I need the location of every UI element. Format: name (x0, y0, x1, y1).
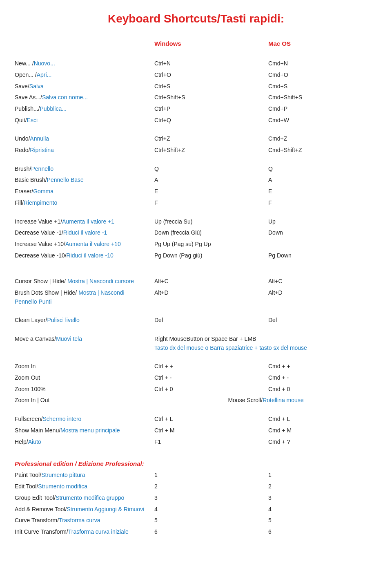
action-it: Strumento modifica (38, 483, 87, 490)
action-it: Riduci il valore -10 (67, 252, 114, 259)
table-row: Fullscreen/Schermo intero Ctrl + L Cmd +… (12, 414, 380, 425)
action-it: Schermo intero (42, 416, 81, 422)
action-cell: Paint Tool/Strumento pittura (12, 470, 152, 481)
action-cell: Zoom In (12, 361, 152, 372)
action-en: Decrease Value -10/ (15, 252, 67, 259)
table-row: Increase Value +10/Aumenta il valore +10… (12, 239, 380, 250)
action-cell: Open... /Apri... (12, 69, 152, 81)
action-cell: Eraser/Gomma (12, 186, 152, 197)
windows-cell: Down (freccia Giù) (152, 227, 266, 239)
windows-cell: Ctrl+Z (152, 133, 266, 145)
action-en: Increase Value +10/ (15, 241, 65, 247)
action-it-line2: Pennello Punti (15, 298, 51, 305)
action-cell: Add & Remove Tool/Strumento Aggiungi & R… (12, 504, 152, 515)
table-row (12, 326, 380, 333)
scroll-label-it: Rotellina mouse (263, 397, 303, 403)
table-row (12, 268, 380, 276)
action-en: Zoom 100% (15, 386, 45, 392)
action-cell: Decrease Value -1/Riduci il valore -1 (12, 227, 152, 239)
mac-cell: Cmd+S (266, 81, 380, 92)
action-cell: Move a Canvas/Muovi tela (12, 333, 152, 354)
action-en: Edit Tool/ (15, 483, 38, 490)
action-it: Strumento pittura (41, 472, 85, 478)
action-it: Gomma (33, 188, 53, 195)
table-row: Add & Remove Tool/Strumento Aggiungi & R… (12, 504, 380, 515)
mac-cell: E (266, 186, 380, 197)
action-en: Quit/ (15, 117, 27, 123)
mac-cell: Del (266, 315, 380, 326)
windows-cell: F (152, 197, 266, 209)
mac-cell: A (266, 175, 380, 186)
action-en: Show Main Menu/ (15, 427, 60, 434)
mac-cell: Cmd+Shift+S (266, 92, 380, 103)
windows-cell: 4 (152, 504, 266, 515)
table-row: Clean Layer/Pulisci livello Del Del (12, 315, 380, 326)
action-cell: Group Edit Tool/Strumento modifica grupp… (12, 492, 152, 504)
windows-cell: Ctrl + 0 (152, 384, 266, 395)
action-it: Pubblica... (40, 105, 66, 112)
action-en: Paint Tool/ (15, 472, 41, 478)
windows-cell: 1 (152, 470, 266, 481)
action-en: Curve Transform/ (15, 517, 59, 524)
mac-cell: Cmd+Shift+Z (266, 145, 380, 156)
table-row: Init Curve Transform/Trasforma curva ini… (12, 526, 380, 538)
windows-cell: Pg Up (Pag su) Pg Up (152, 239, 266, 250)
table-row: Zoom In Ctrl + + Cmd + + (12, 361, 380, 372)
windows-cell: E (152, 186, 266, 197)
action-en: Init Curve Transform/ (15, 528, 68, 535)
action-cell: Brush/Pennello (12, 163, 152, 175)
mac-cell: Cmd+Z (266, 133, 380, 145)
action-en: Brush Dots Show | Hide/ (15, 289, 78, 296)
table-row: Edit Tool/Strumento modifica 2 2 (12, 481, 380, 492)
mac-header: Mac OS (266, 38, 380, 51)
mac-cell: Cmd + L (266, 414, 380, 425)
table-row: Zoom 100% Ctrl + 0 Cmd + 0 (12, 384, 380, 395)
table-row: Help/Aiuto F1 Cmd + ? (12, 436, 380, 448)
windows-cell: Ctrl+N (152, 58, 266, 69)
windows-cell: Q (152, 163, 266, 175)
table-row (12, 447, 380, 455)
action-cell: Zoom 100% (12, 384, 152, 395)
action-en: Add & Remove Tool/ (15, 506, 67, 512)
action-it: Strumento modifica gruppo (56, 494, 124, 501)
windows-cell: Up (freccia Su) (152, 216, 266, 228)
action-cell: Curve Transform/Trasforma curva (12, 515, 152, 526)
table-row (12, 126, 380, 133)
scroll-label-en: Mouse Scroll/ (228, 397, 263, 403)
table-row: Eraser/Gomma E E (12, 186, 380, 197)
canvas-key-cell: Right MouseButton or Space Bar + LMB Tas… (152, 333, 380, 354)
windows-cell: Alt+C (152, 276, 266, 287)
action-en: Zoom In (15, 363, 36, 369)
table-row: Brush Dots Show | Hide/ Mostra | Nascond… (12, 287, 380, 307)
action-cell: Decrease Value -10/Riduci il valore -10 (12, 250, 152, 262)
table-row: Save/Salva Ctrl+S Cmd+S (12, 81, 380, 92)
table-row: Zoom In | Out Mouse Scroll/Rotellina mou… (12, 395, 380, 406)
action-en: Move a Canvas/ (15, 336, 56, 342)
table-row: Quit/Esci Ctrl+Q Cmd+W (12, 115, 380, 126)
action-en: Cursor Show | Hide/ (15, 278, 67, 284)
windows-cell: 2 (152, 481, 266, 492)
mac-cell: Cmd + 0 (266, 384, 380, 395)
action-cell: Save/Salva (12, 81, 152, 92)
action-en: Clean Layer/ (15, 317, 47, 323)
mac-cell: Cmd + ? (266, 436, 380, 448)
table-row: Decrease Value -10/Riduci il valore -10 … (12, 250, 380, 262)
action-en: Basic Brush/ (15, 177, 47, 183)
windows-cell: A (152, 175, 266, 186)
action-en: Fullscreen/ (15, 416, 42, 422)
action-cell: Fill/Riempimento (12, 197, 152, 209)
action-it: Riduci il valore -1 (63, 229, 107, 236)
mac-cell: Cmd + M (266, 425, 380, 436)
action-it: Ripristina (30, 147, 53, 153)
table-row: Brush/Pennello Q Q (12, 163, 380, 175)
windows-cell: Ctrl+S (152, 81, 266, 92)
mac-cell: Up (266, 216, 380, 228)
action-cell: Basic Brush/Pennello Base (12, 175, 152, 186)
action-it: Trasforma curva iniziale (68, 528, 129, 535)
action-cell: Help/Aiuto (12, 436, 152, 448)
windows-cell: Ctrl+Shift+S (152, 92, 266, 103)
action-it: Aiuto (28, 439, 41, 445)
table-row: Basic Brush/Pennello Base A A (12, 175, 380, 186)
mac-cell: 2 (266, 481, 380, 492)
windows-header: Windows (152, 38, 266, 51)
